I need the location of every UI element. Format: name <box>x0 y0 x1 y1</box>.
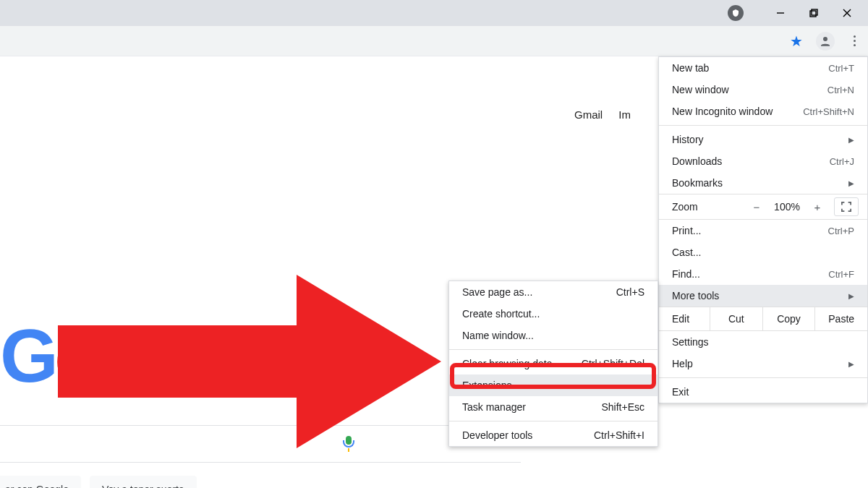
profile-avatar-icon[interactable] <box>816 32 835 51</box>
chrome-main-menu: New tab Ctrl+T New window Ctrl+N New Inc… <box>658 56 868 403</box>
svg-point-5 <box>823 37 827 41</box>
menu-settings[interactable]: Settings <box>659 331 867 353</box>
window-maximize-button[interactable] <box>797 3 830 23</box>
zoom-label: Zoom <box>672 201 744 213</box>
voice-search-icon[interactable] <box>343 436 354 452</box>
menu-print[interactable]: Print... Ctrl+P <box>659 220 867 241</box>
google-header-links: Gmail Im <box>561 108 631 121</box>
menu-item-shortcut: Ctrl+N <box>827 85 854 95</box>
feeling-lucky-button[interactable]: Voy a tener suerte <box>90 476 197 488</box>
edit-label: Edit <box>672 313 710 325</box>
images-link[interactable]: Im <box>618 108 631 121</box>
menu-new-tab[interactable]: New tab Ctrl+T <box>659 57 867 79</box>
menu-item-label: New window <box>672 84 729 95</box>
menu-item-shortcut: Ctrl+Shift+Del <box>582 358 644 369</box>
submenu-clear-browsing-data[interactable]: Clear browsing data... Ctrl+Shift+Del <box>449 353 658 374</box>
menu-cast[interactable]: Cast... <box>659 241 867 263</box>
menu-item-label: Cast... <box>672 247 701 258</box>
menu-item-shortcut: Shift+Esc <box>601 401 644 413</box>
menu-item-label: Bookmarks <box>672 177 723 189</box>
google-logo: Google <box>0 318 233 393</box>
google-search-button[interactable]: ar con Google <box>0 476 81 488</box>
menu-history[interactable]: History ▶ <box>659 129 867 150</box>
menu-item-label: Settings <box>672 336 709 348</box>
menu-item-label: Task manager <box>462 401 526 413</box>
window-titlebar <box>0 0 868 26</box>
submenu-arrow-icon: ▶ <box>848 136 854 144</box>
menu-new-window[interactable]: New window Ctrl+N <box>659 79 867 100</box>
menu-edit-row: Edit Cut Copy Paste <box>659 307 867 331</box>
window-minimize-button[interactable] <box>764 3 797 23</box>
menu-item-shortcut: Ctrl+Shift+N <box>803 106 854 117</box>
menu-item-label: Name window... <box>462 330 534 341</box>
zoom-out-button[interactable]: − <box>744 201 769 213</box>
menu-help[interactable]: Help ▶ <box>659 353 867 374</box>
zoom-value: 100% <box>769 201 805 213</box>
menu-item-label: Clear browsing data... <box>462 358 561 369</box>
fullscreen-button[interactable] <box>834 197 859 216</box>
submenu-arrow-icon: ▶ <box>848 292 854 300</box>
menu-item-label: Exit <box>672 386 689 398</box>
menu-exit[interactable]: Exit <box>659 381 867 403</box>
svg-rect-2 <box>812 9 817 15</box>
menu-item-label: Find... <box>672 268 700 280</box>
browser-toolbar: ★ <box>0 26 868 56</box>
window-close-button[interactable] <box>830 3 864 23</box>
submenu-name-window[interactable]: Name window... <box>449 325 658 346</box>
submenu-arrow-icon: ▶ <box>848 179 854 187</box>
menu-item-label: Create shortcut... <box>462 308 540 320</box>
submenu-save-page-as[interactable]: Save page as... Ctrl+S <box>449 281 658 303</box>
edit-paste-button[interactable]: Paste <box>814 307 867 330</box>
menu-item-label: Save page as... <box>462 286 532 298</box>
menu-item-label: Help <box>672 358 693 369</box>
menu-bookmarks[interactable]: Bookmarks ▶ <box>659 172 867 194</box>
menu-item-shortcut: Ctrl+P <box>828 226 854 236</box>
menu-item-label: New tab <box>672 62 709 74</box>
menu-item-label: Extensions <box>462 380 511 391</box>
menu-item-shortcut: Ctrl+T <box>828 63 854 74</box>
menu-more-tools[interactable]: More tools ▶ <box>659 285 867 307</box>
menu-downloads[interactable]: Downloads Ctrl+J <box>659 150 867 172</box>
menu-item-label: Developer tools <box>462 429 532 441</box>
security-shield-icon <box>728 5 744 21</box>
svg-rect-1 <box>810 11 816 17</box>
menu-item-label: Print... <box>672 225 701 236</box>
menu-item-label: More tools <box>672 290 719 301</box>
submenu-create-shortcut[interactable]: Create shortcut... <box>449 303 658 325</box>
menu-item-shortcut: Ctrl+S <box>616 286 644 298</box>
google-search-buttons: ar con Google Voy a tener suerte <box>0 476 197 488</box>
bookmark-star-icon[interactable]: ★ <box>790 33 803 50</box>
edit-copy-button[interactable]: Copy <box>762 307 815 330</box>
gmail-link[interactable]: Gmail <box>574 108 603 121</box>
edit-cut-button[interactable]: Cut <box>710 307 762 330</box>
submenu-arrow-icon: ▶ <box>848 360 854 368</box>
menu-item-label: New Incognito window <box>672 106 773 117</box>
submenu-developer-tools[interactable]: Developer tools Ctrl+Shift+I <box>449 424 658 446</box>
submenu-extensions[interactable]: Extensions <box>449 374 658 396</box>
google-search-bar[interactable] <box>0 425 521 463</box>
more-tools-submenu: Save page as... Ctrl+S Create shortcut..… <box>448 281 658 447</box>
zoom-in-button[interactable]: + <box>805 201 830 213</box>
menu-zoom-row: Zoom − 100% + <box>659 194 867 220</box>
submenu-task-manager[interactable]: Task manager Shift+Esc <box>449 396 658 418</box>
menu-item-shortcut: Ctrl+Shift+I <box>594 429 644 441</box>
chrome-menu-button[interactable] <box>848 32 861 51</box>
menu-item-shortcut: Ctrl+J <box>830 156 854 167</box>
menu-item-shortcut: Ctrl+F <box>828 269 854 280</box>
menu-find[interactable]: Find... Ctrl+F <box>659 263 867 285</box>
menu-incognito[interactable]: New Incognito window Ctrl+Shift+N <box>659 100 867 122</box>
menu-item-label: Downloads <box>672 155 722 167</box>
menu-item-label: History <box>672 134 704 145</box>
